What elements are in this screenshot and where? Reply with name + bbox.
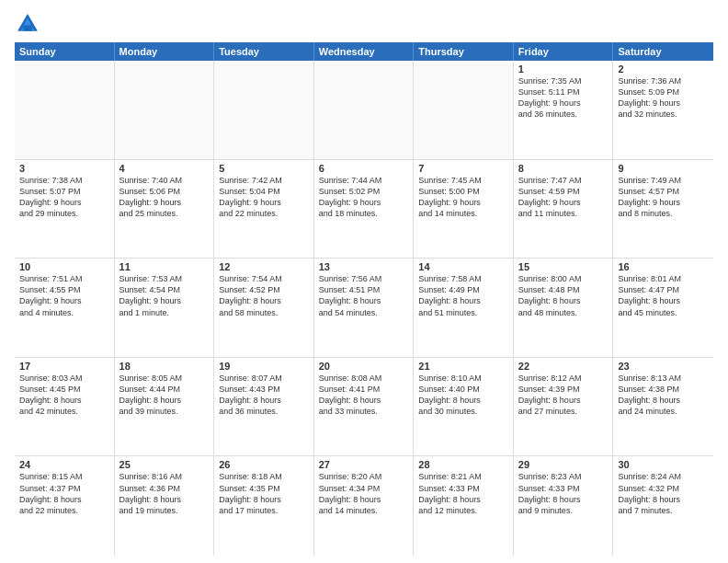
day-info: Sunrise: 7:49 AM Sunset: 4:57 PM Dayligh… [618,175,709,220]
day-cell: 15Sunrise: 8:00 AM Sunset: 4:48 PM Dayli… [514,259,614,357]
day-number: 7 [418,163,508,174]
day-info: Sunrise: 7:38 AM Sunset: 5:07 PM Dayligh… [19,175,109,220]
day-number: 11 [119,261,210,272]
day-number: 6 [319,163,409,174]
day-number: 8 [518,163,609,174]
empty-cell [314,61,415,159]
day-info: Sunrise: 8:18 AM Sunset: 4:35 PM Dayligh… [219,471,309,516]
day-cell: 26Sunrise: 8:18 AM Sunset: 4:35 PM Dayli… [214,456,314,556]
day-info: Sunrise: 7:36 AM Sunset: 5:09 PM Dayligh… [618,75,709,121]
day-cell: 23Sunrise: 8:13 AM Sunset: 4:38 PM Dayli… [613,358,713,456]
day-cell: 20Sunrise: 8:08 AM Sunset: 4:41 PM Dayli… [314,358,415,456]
logo [15,11,44,37]
day-info: Sunrise: 7:35 AM Sunset: 5:11 PM Dayligh… [518,75,609,121]
calendar-row: 17Sunrise: 8:03 AM Sunset: 4:45 PM Dayli… [15,358,713,457]
day-number: 15 [518,261,609,272]
day-number: 25 [119,459,210,470]
svg-rect-2 [23,26,31,31]
day-info: Sunrise: 8:03 AM Sunset: 4:45 PM Dayligh… [19,373,109,418]
logo-icon [15,11,40,37]
day-cell: 9Sunrise: 7:49 AM Sunset: 4:57 PM Daylig… [613,160,713,259]
day-number: 5 [219,163,309,174]
day-cell: 22Sunrise: 8:12 AM Sunset: 4:39 PM Dayli… [514,358,614,456]
day-info: Sunrise: 7:53 AM Sunset: 4:54 PM Dayligh… [119,273,210,318]
day-info: Sunrise: 8:15 AM Sunset: 4:37 PM Dayligh… [19,471,109,516]
day-cell: 11Sunrise: 7:53 AM Sunset: 4:54 PM Dayli… [115,259,215,357]
day-number: 19 [219,361,309,372]
weekday-header: Friday [514,42,614,61]
day-info: Sunrise: 8:21 AM Sunset: 4:33 PM Dayligh… [418,471,508,516]
day-cell: 24Sunrise: 8:15 AM Sunset: 4:37 PM Dayli… [15,456,115,556]
day-info: Sunrise: 8:13 AM Sunset: 4:38 PM Dayligh… [618,373,709,418]
day-info: Sunrise: 7:56 AM Sunset: 4:51 PM Dayligh… [319,273,409,318]
day-number: 3 [19,163,109,174]
day-number: 10 [19,261,109,272]
day-number: 28 [418,459,508,470]
day-number: 2 [618,63,709,75]
day-info: Sunrise: 7:40 AM Sunset: 5:06 PM Dayligh… [119,175,210,220]
day-info: Sunrise: 8:24 AM Sunset: 4:32 PM Dayligh… [618,471,709,516]
calendar-header: SundayMondayTuesdayWednesdayThursdayFrid… [15,42,713,61]
day-cell: 12Sunrise: 7:54 AM Sunset: 4:52 PM Dayli… [214,259,314,357]
day-cell: 5Sunrise: 7:42 AM Sunset: 5:04 PM Daylig… [214,160,314,259]
day-info: Sunrise: 8:20 AM Sunset: 4:34 PM Dayligh… [319,471,409,516]
day-number: 20 [319,361,409,372]
day-cell: 14Sunrise: 7:58 AM Sunset: 4:49 PM Dayli… [414,259,514,357]
day-info: Sunrise: 7:51 AM Sunset: 4:55 PM Dayligh… [19,273,109,318]
day-info: Sunrise: 8:01 AM Sunset: 4:47 PM Dayligh… [618,273,709,318]
day-number: 26 [219,459,309,470]
day-number: 13 [319,261,409,272]
day-cell: 4Sunrise: 7:40 AM Sunset: 5:06 PM Daylig… [115,160,215,259]
day-cell: 2Sunrise: 7:36 AM Sunset: 5:09 PM Daylig… [613,61,713,159]
day-number: 27 [319,459,409,470]
day-info: Sunrise: 7:54 AM Sunset: 4:52 PM Dayligh… [219,273,309,318]
day-info: Sunrise: 8:05 AM Sunset: 4:44 PM Dayligh… [119,373,210,418]
calendar-row: 3Sunrise: 7:38 AM Sunset: 5:07 PM Daylig… [15,160,713,259]
weekday-header: Wednesday [314,42,415,61]
empty-cell [414,61,514,159]
day-number: 24 [19,459,109,470]
day-info: Sunrise: 8:16 AM Sunset: 4:36 PM Dayligh… [119,471,210,516]
empty-cell [115,61,215,159]
day-cell: 16Sunrise: 8:01 AM Sunset: 4:47 PM Dayli… [613,259,713,357]
weekday-header: Sunday [15,42,115,61]
day-info: Sunrise: 7:44 AM Sunset: 5:02 PM Dayligh… [319,175,409,220]
calendar: SundayMondayTuesdayWednesdayThursdayFrid… [15,42,713,556]
day-cell: 29Sunrise: 8:23 AM Sunset: 4:33 PM Dayli… [514,456,614,556]
calendar-row: 10Sunrise: 7:51 AM Sunset: 4:55 PM Dayli… [15,259,713,358]
day-cell: 18Sunrise: 8:05 AM Sunset: 4:44 PM Dayli… [115,358,215,456]
day-cell: 17Sunrise: 8:03 AM Sunset: 4:45 PM Dayli… [15,358,115,456]
day-cell: 7Sunrise: 7:45 AM Sunset: 5:00 PM Daylig… [414,160,514,259]
weekday-header: Thursday [414,42,514,61]
empty-cell [15,61,115,159]
day-info: Sunrise: 7:58 AM Sunset: 4:49 PM Dayligh… [418,273,508,318]
day-number: 14 [418,261,508,272]
day-info: Sunrise: 7:47 AM Sunset: 4:59 PM Dayligh… [518,175,609,220]
day-info: Sunrise: 7:45 AM Sunset: 5:00 PM Dayligh… [418,175,508,220]
weekday-header: Tuesday [214,42,314,61]
day-cell: 30Sunrise: 8:24 AM Sunset: 4:32 PM Dayli… [613,456,713,556]
weekday-header: Saturday [613,42,713,61]
day-cell: 10Sunrise: 7:51 AM Sunset: 4:55 PM Dayli… [15,259,115,357]
day-number: 9 [618,163,709,174]
day-cell: 21Sunrise: 8:10 AM Sunset: 4:40 PM Dayli… [414,358,514,456]
day-number: 12 [219,261,309,272]
day-info: Sunrise: 8:10 AM Sunset: 4:40 PM Dayligh… [418,373,508,418]
day-info: Sunrise: 8:12 AM Sunset: 4:39 PM Dayligh… [518,373,609,418]
day-cell: 8Sunrise: 7:47 AM Sunset: 4:59 PM Daylig… [514,160,614,259]
day-cell: 3Sunrise: 7:38 AM Sunset: 5:07 PM Daylig… [15,160,115,259]
day-info: Sunrise: 8:23 AM Sunset: 4:33 PM Dayligh… [518,471,609,516]
day-info: Sunrise: 8:07 AM Sunset: 4:43 PM Dayligh… [219,373,309,418]
day-cell: 25Sunrise: 8:16 AM Sunset: 4:36 PM Dayli… [115,456,215,556]
day-cell: 19Sunrise: 8:07 AM Sunset: 4:43 PM Dayli… [214,358,314,456]
calendar-row: 1Sunrise: 7:35 AM Sunset: 5:11 PM Daylig… [15,61,713,160]
day-number: 21 [418,361,508,372]
page: SundayMondayTuesdayWednesdayThursdayFrid… [0,0,728,563]
day-number: 23 [618,361,709,372]
day-info: Sunrise: 8:08 AM Sunset: 4:41 PM Dayligh… [319,373,409,418]
day-cell: 6Sunrise: 7:44 AM Sunset: 5:02 PM Daylig… [314,160,415,259]
day-number: 1 [518,63,609,75]
day-info: Sunrise: 7:42 AM Sunset: 5:04 PM Dayligh… [219,175,309,220]
day-cell: 1Sunrise: 7:35 AM Sunset: 5:11 PM Daylig… [514,61,614,159]
day-number: 30 [618,459,709,470]
